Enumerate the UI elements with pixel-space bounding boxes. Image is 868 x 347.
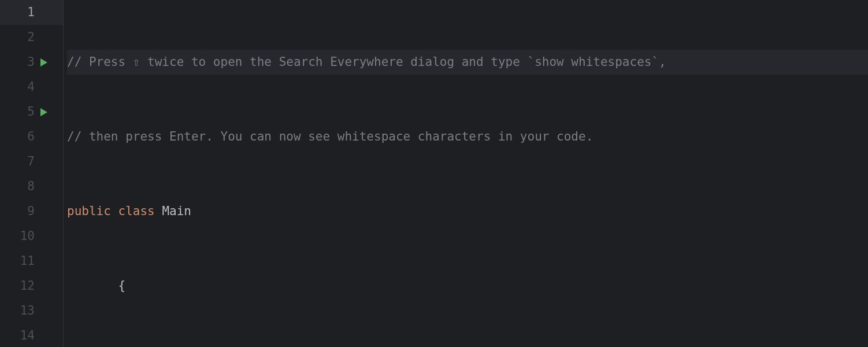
gutter-row[interactable]: 13 — [0, 298, 63, 323]
gutter-row[interactable]: 8 — [0, 174, 63, 199]
line-number: 7 — [0, 149, 35, 174]
gutter-row[interactable]: 4 — [0, 75, 63, 99]
line-number: 9 — [0, 199, 35, 224]
gutter-row[interactable]: 1 — [0, 0, 63, 25]
keyword: public — [67, 199, 111, 224]
line-number: 8 — [0, 174, 35, 199]
gutter-row[interactable]: 11 — [0, 249, 63, 274]
gutter-row[interactable]: 9 — [0, 199, 63, 224]
run-icon[interactable] — [40, 108, 50, 117]
line-number: 2 — [0, 25, 35, 50]
code-line: { — [67, 274, 868, 298]
line-number: 10 — [0, 224, 35, 249]
code-editor: 1 2 3 4 5 6 7 8 9 10 11 — [0, 0, 868, 347]
code-line: // Press ⇧ twice to open the Search Ever… — [67, 50, 868, 75]
line-number: 1 — [0, 0, 35, 25]
gutter: 1 2 3 4 5 6 7 8 9 10 11 — [0, 0, 64, 347]
line-number: 3 — [0, 50, 35, 75]
line-number: 11 — [0, 249, 35, 274]
keyword: class — [118, 199, 155, 224]
line-number: 12 — [0, 274, 35, 298]
line-number: 14 — [0, 323, 35, 347]
line-number: 6 — [0, 124, 35, 149]
gutter-row[interactable]: 3 — [0, 50, 63, 75]
line-number: 13 — [0, 298, 35, 323]
gutter-row[interactable]: 10 — [0, 224, 63, 249]
line-number: 5 — [0, 99, 35, 124]
code-line: public class Main — [67, 199, 868, 224]
run-icon[interactable] — [40, 58, 50, 67]
gutter-row[interactable]: 5 — [0, 99, 63, 124]
gutter-row[interactable]: 7 — [0, 149, 63, 174]
brace: { — [118, 274, 126, 298]
comment: // Press ⇧ twice to open the Search Ever… — [67, 50, 666, 75]
gutter-row[interactable]: 12 — [0, 274, 63, 298]
comment: // then press Enter. You can now see whi… — [67, 124, 593, 149]
line-number: 4 — [0, 75, 35, 99]
gutter-row[interactable]: 14 — [0, 323, 63, 347]
code-area[interactable]: // Press ⇧ twice to open the Search Ever… — [64, 0, 868, 347]
class-name: Main — [162, 199, 191, 224]
gutter-row[interactable]: 2 — [0, 25, 63, 50]
gutter-row[interactable]: 6 — [0, 124, 63, 149]
code-line: // then press Enter. You can now see whi… — [67, 124, 868, 149]
